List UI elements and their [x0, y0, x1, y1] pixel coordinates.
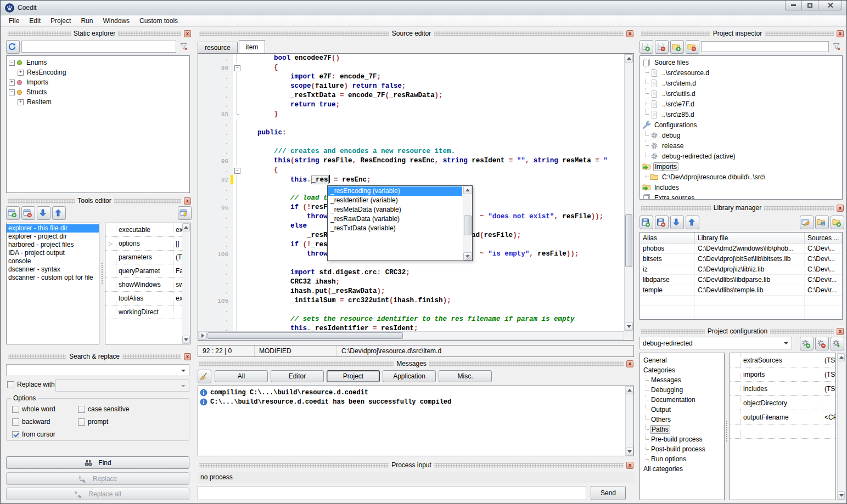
- tree-item[interactable]: C:\Dev\dproj\resource.d\build\..\src\: [640, 172, 842, 182]
- completion-item[interactable]: _resEncoding (variable): [328, 186, 462, 196]
- from-cursor-checkbox[interactable]: [12, 431, 19, 438]
- tree-item[interactable]: Includes: [640, 182, 842, 192]
- table-row[interactable]: izC:\Dev\dproj\iz\lib\iz.libC:\Dev\...: [640, 264, 842, 275]
- expand-toggle[interactable]: −: [9, 60, 15, 66]
- splitter-grip[interactable]: [726, 420, 728, 442]
- menu-item-file[interactable]: File: [4, 16, 24, 26]
- close-button[interactable]: [818, 1, 842, 10]
- tree-item[interactable]: Configurations: [640, 120, 842, 130]
- expand-toggle[interactable]: +: [18, 70, 24, 76]
- splitter-grip[interactable]: [101, 262, 104, 284]
- clone-configuration-button[interactable]: [831, 337, 844, 350]
- panel-close-button[interactable]: x: [626, 30, 633, 37]
- menu-item-windows[interactable]: Windows: [98, 16, 134, 26]
- category-item[interactable]: General: [640, 355, 724, 365]
- tree-item[interactable]: debug-redirected (active): [640, 151, 842, 161]
- code-line[interactable]: return true;: [241, 100, 624, 110]
- code-line[interactable]: this(string resFile, ResEncoding resEnc,…: [241, 156, 624, 166]
- tree-item[interactable]: Imports: [640, 161, 842, 172]
- property-row[interactable]: outputFilename<CPP>..\: [730, 410, 835, 424]
- code-line[interactable]: import e7F: encode_7F;: [241, 72, 624, 82]
- property-row[interactable]: ▷options[]: [105, 237, 182, 251]
- code-line[interactable]: public:: [241, 128, 624, 138]
- property-row[interactable]: extraSources(TStringL: [730, 353, 835, 367]
- inspector-filter-input[interactable]: [701, 41, 829, 52]
- tree-item[interactable]: +ResItem: [7, 97, 189, 107]
- property-value[interactable]: explorer: [173, 295, 182, 302]
- code-line[interactable]: import std.digest.crc: CRC32;: [241, 268, 624, 278]
- remove-tool-button[interactable]: [21, 206, 35, 220]
- replace-all-button[interactable]: ba Replace all: [6, 488, 189, 500]
- property-row[interactable]: queryParametFalse: [105, 264, 182, 278]
- code-editor[interactable]: .80....85....90.92..95....100....105... …: [198, 53, 634, 341]
- maximize-button[interactable]: [802, 1, 818, 10]
- panel-close-button[interactable]: x: [837, 30, 844, 37]
- tree-item[interactable]: +Imports: [7, 77, 189, 87]
- clear-filter-button[interactable]: [178, 40, 192, 54]
- list-item[interactable]: dscanner - custom opt for file: [7, 274, 99, 282]
- code-line[interactable]: _resTxtData = encode_7F(_resRawData);: [241, 91, 624, 100]
- edit-library-button[interactable]: [800, 216, 814, 229]
- move-library-down-button[interactable]: [670, 216, 684, 229]
- list-item[interactable]: harbored - project files: [7, 241, 99, 249]
- messages-scrollbar[interactable]: [625, 386, 633, 456]
- remove-library-button[interactable]: [655, 216, 669, 229]
- property-row[interactable]: workingDirect: [105, 305, 182, 319]
- panel-close-button[interactable]: x: [184, 30, 191, 37]
- table-row[interactable]: [640, 306, 842, 316]
- remove-folder-button[interactable]: [686, 40, 699, 54]
- process-input-field[interactable]: [198, 486, 586, 500]
- code-line[interactable]: bool encodee7F(): [241, 54, 624, 63]
- table-row[interactable]: templeC:\Dev\dlibs\temple.libC:\Dev\r...: [640, 285, 842, 296]
- minimize-button[interactable]: [786, 1, 802, 10]
- move-tool-down-button[interactable]: [37, 206, 51, 220]
- add-library-button[interactable]: [640, 216, 653, 229]
- send-button[interactable]: Send: [591, 486, 626, 500]
- list-item[interactable]: explorer - this file dir: [7, 224, 99, 233]
- category-item[interactable]: Debugging: [640, 385, 724, 395]
- table-row[interactable]: [640, 296, 842, 306]
- whole-word-checkbox[interactable]: [12, 406, 19, 413]
- panel-close-button[interactable]: x: [626, 360, 633, 367]
- code-line[interactable]: {: [241, 166, 624, 175]
- panel-close-button[interactable]: x: [837, 205, 844, 212]
- tree-item[interactable]: ..\src\z85.d: [640, 109, 842, 120]
- completion-item[interactable]: _resTxtData (variable): [328, 224, 462, 233]
- filter-button-all[interactable]: All: [215, 370, 268, 382]
- property-value[interactable]: (TStringL: [822, 385, 835, 393]
- expand-toggle[interactable]: +: [9, 80, 15, 86]
- case-sensitive-checkbox[interactable]: [78, 406, 85, 413]
- message-line[interactable]: compiling C:\...\build\resource.d.coedit: [198, 388, 625, 397]
- code-line[interactable]: CRC32 ihash;: [241, 278, 624, 287]
- move-tool-up-button[interactable]: [52, 206, 66, 220]
- tab-item[interactable]: item: [239, 40, 266, 53]
- tree-item[interactable]: +ResEncoding: [7, 67, 189, 77]
- code-line[interactable]: [241, 305, 624, 315]
- category-item[interactable]: Paths: [640, 424, 724, 434]
- category-item[interactable]: Categories: [640, 365, 724, 375]
- fold-marker[interactable]: [233, 63, 241, 72]
- replace-term-combobox[interactable]: [55, 380, 189, 392]
- resize-grip[interactable]: [466, 254, 472, 260]
- tree-item[interactable]: Source files: [640, 57, 842, 67]
- property-row[interactable]: executableexplorer: [105, 223, 182, 237]
- library-from-folder-button[interactable]: [831, 216, 844, 229]
- tree-item[interactable]: −Enums: [7, 58, 189, 67]
- code-line[interactable]: }: [241, 110, 624, 119]
- menu-item-edit[interactable]: Edit: [24, 16, 46, 26]
- search-term-combobox[interactable]: [6, 364, 189, 376]
- add-folder-button[interactable]: [670, 40, 684, 54]
- code-line[interactable]: this._res = resEnc;: [241, 175, 624, 184]
- table-row[interactable]: bitsetsC:\Dev\dproj\bitSet\lib\bitsets.l…: [640, 254, 842, 264]
- replace-with-checkbox[interactable]: [7, 381, 14, 388]
- property-value[interactable]: explorer: [173, 226, 182, 234]
- property-row[interactable]: includes(TStringL: [730, 382, 835, 396]
- add-tool-button[interactable]: [6, 206, 20, 220]
- property-value[interactable]: []: [173, 240, 182, 247]
- tree-item[interactable]: ..\src\item.d: [640, 78, 842, 88]
- column-header-sources-[interactable]: Sources ...: [805, 233, 842, 243]
- menu-item-custom-tools[interactable]: Custom tools: [134, 16, 183, 26]
- backward-checkbox[interactable]: [12, 418, 19, 426]
- table-row[interactable]: phobosC:\Dev\dmd2\windows\lib\phob...C:\…: [640, 243, 842, 254]
- clear-filter-button[interactable]: [831, 40, 844, 54]
